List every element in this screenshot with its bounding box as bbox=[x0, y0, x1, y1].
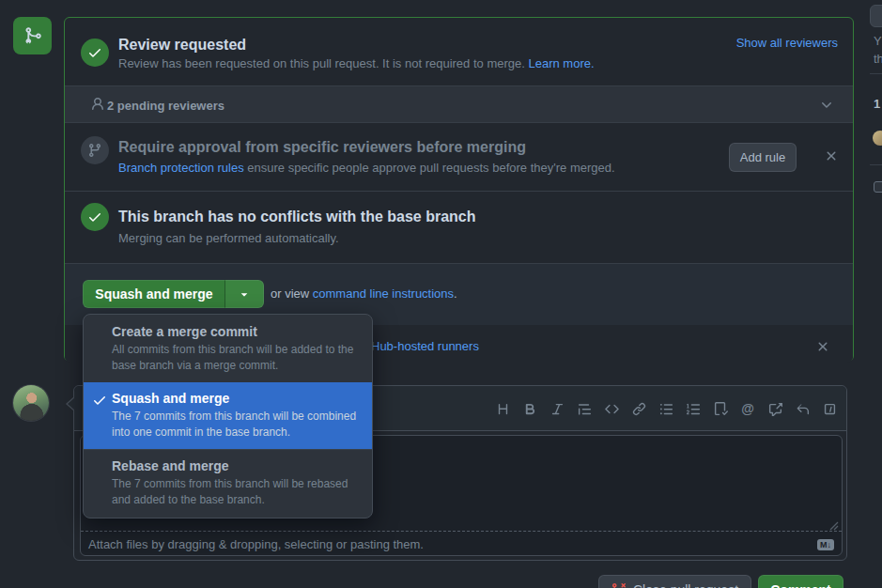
menu-item-title: Create a merge commit bbox=[112, 323, 357, 340]
list-ordered-icon[interactable] bbox=[686, 401, 701, 416]
menu-item-title: Squash and merge bbox=[112, 390, 357, 407]
sidebar-text-fragment: Y bbox=[874, 34, 882, 48]
dismiss-protection-icon[interactable] bbox=[824, 148, 839, 163]
check-icon bbox=[87, 45, 102, 60]
merge-status-box: Review requested Review has been request… bbox=[64, 17, 854, 362]
menu-item-squash-and-merge[interactable]: Squash and merge The 7 commits from this… bbox=[84, 382, 372, 449]
reply-icon[interactable] bbox=[795, 401, 810, 416]
timeline-merge-badge bbox=[13, 17, 52, 54]
resize-grip[interactable] bbox=[829, 521, 839, 531]
sidebar-text-fragment: th bbox=[874, 52, 882, 66]
command-line-hint: or view command line instructions. bbox=[271, 280, 457, 308]
close-button-label: Close pull request bbox=[633, 582, 738, 588]
check-icon bbox=[92, 393, 107, 408]
branch-protection-title: Require approval from specific reviewers… bbox=[118, 139, 526, 156]
show-all-reviewers-link[interactable]: Show all reviewers bbox=[736, 36, 838, 50]
or-view-text: or view bbox=[271, 286, 313, 301]
dismiss-notice-icon[interactable] bbox=[815, 339, 830, 354]
command-line-instructions-link[interactable]: command line instructions bbox=[313, 286, 454, 301]
link-icon[interactable] bbox=[631, 401, 646, 416]
mention-icon[interactable]: @ bbox=[740, 401, 755, 416]
slash-command-icon[interactable] bbox=[822, 401, 837, 416]
pending-reviewers-row[interactable]: 2 pending reviewers bbox=[65, 85, 853, 123]
git-branch-icon bbox=[87, 143, 102, 158]
sidebar-small-avatar bbox=[873, 131, 882, 146]
sidebar-divider bbox=[870, 164, 882, 165]
heading-icon[interactable] bbox=[495, 401, 510, 416]
markdown-icon[interactable]: M↓ bbox=[817, 539, 834, 550]
review-requested-description: Review has been requested on this pull r… bbox=[118, 56, 595, 70]
pull-request-closed-icon bbox=[611, 582, 627, 588]
sidebar-cropped-button[interactable] bbox=[870, 5, 882, 27]
review-description-text: Review has been requested on this pull r… bbox=[118, 56, 528, 70]
italic-icon[interactable] bbox=[549, 401, 565, 416]
menu-item-description: The 7 commits from this branch will be c… bbox=[112, 409, 357, 441]
menu-item-description: All commits from this branch will be add… bbox=[112, 342, 357, 374]
sidebar-cropped-icon bbox=[874, 181, 882, 193]
person-icon bbox=[90, 97, 105, 112]
squash-and-merge-button[interactable]: Squash and merge bbox=[83, 280, 224, 308]
no-conflicts-title: This branch has no conflicts with the ba… bbox=[118, 209, 476, 225]
comment-button[interactable]: Comment bbox=[758, 575, 843, 588]
pull-request-merge-screen: Review requested Review has been request… bbox=[0, 0, 882, 588]
add-rule-button[interactable]: Add rule bbox=[729, 143, 797, 172]
chevron-down-icon[interactable] bbox=[819, 98, 834, 113]
list-unordered-icon[interactable] bbox=[658, 401, 673, 416]
triangle-down-icon bbox=[238, 287, 251, 301]
menu-item-rebase-and-merge[interactable]: Rebase and merge The 7 commits from this… bbox=[84, 449, 372, 517]
review-check-circle bbox=[81, 39, 109, 67]
hosted-runners-link[interactable]: Hub-hosted runners bbox=[371, 339, 479, 353]
menu-item-description: The 7 commits from this branch will be r… bbox=[112, 476, 357, 508]
comment-bubble-notch-fill bbox=[68, 397, 75, 410]
attach-files-area[interactable]: Attach files by dragging & dropping, sel… bbox=[81, 531, 842, 557]
menu-item-create-merge-commit[interactable]: Create a merge commit All commits from t… bbox=[84, 316, 372, 382]
learn-more-link[interactable]: Learn more. bbox=[528, 56, 594, 70]
cross-reference-icon[interactable] bbox=[767, 401, 782, 416]
merge-options-toggle[interactable] bbox=[224, 280, 264, 308]
quote-icon[interactable] bbox=[577, 401, 592, 416]
hint-suffix: . bbox=[454, 286, 457, 301]
branch-protection-rules-link[interactable]: Branch protection rules bbox=[118, 161, 244, 175]
tasklist-icon[interactable] bbox=[713, 401, 728, 416]
sidebar-divider bbox=[870, 73, 882, 74]
git-merge-icon bbox=[23, 26, 42, 45]
check-icon bbox=[87, 209, 102, 224]
branch-protection-description: Branch protection rules ensure specific … bbox=[118, 161, 615, 175]
review-requested-title: Review requested bbox=[118, 37, 246, 54]
code-icon[interactable] bbox=[604, 401, 619, 416]
section-divider bbox=[65, 191, 853, 192]
pending-reviewers-label: 2 pending reviewers bbox=[107, 99, 224, 113]
menu-item-title: Rebase and merge bbox=[112, 457, 357, 474]
bold-icon[interactable] bbox=[522, 401, 537, 416]
user-avatar bbox=[13, 385, 49, 421]
sidebar-count-fragment: 1 bbox=[874, 97, 880, 111]
merge-button-group: Squash and merge bbox=[83, 280, 264, 308]
merge-options-dropdown: Create a merge commit All commits from t… bbox=[83, 314, 373, 518]
close-pull-request-button[interactable]: Close pull request bbox=[598, 575, 751, 588]
branch-protection-circle bbox=[81, 136, 109, 164]
branch-protection-description-text: ensure specific people approve pull requ… bbox=[244, 161, 615, 175]
conflicts-check-circle bbox=[81, 203, 109, 231]
no-conflicts-description: Merging can be performed automatically. bbox=[118, 231, 339, 245]
markdown-toolbar: @ bbox=[495, 386, 837, 431]
attach-files-hint: Attach files by dragging & dropping, sel… bbox=[88, 537, 817, 551]
